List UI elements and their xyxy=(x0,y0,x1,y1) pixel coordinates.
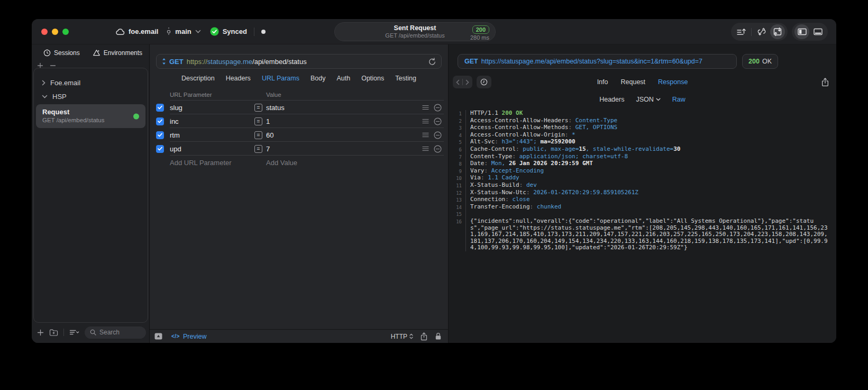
response-method: GET xyxy=(464,58,478,65)
add-param-value-placeholder[interactable]: Add Value xyxy=(254,159,417,167)
tree-item-foe-email[interactable]: Foe.email xyxy=(34,76,148,89)
toggle-bottom-panel-icon[interactable] xyxy=(810,24,825,39)
chevron-down-icon[interactable] xyxy=(195,30,201,33)
subtab-headers[interactable]: Headers xyxy=(599,96,624,103)
url-path: /api/embed/status xyxy=(252,58,307,66)
request-url[interactable]: https://statuspage.me/api/embed/status xyxy=(187,58,307,66)
sort-list-icon[interactable] xyxy=(69,329,79,335)
code-text: X-Status-Now-Utc: 2026-01-26T20:29:59.85… xyxy=(466,189,836,197)
param-value[interactable]: 60 xyxy=(266,131,273,139)
footer-separator xyxy=(63,329,64,336)
export-response-icon[interactable] xyxy=(821,78,829,87)
sent-request-url-pill[interactable]: GEThttps://statuspage.me/api/embed/statu… xyxy=(458,54,737,69)
code-line: 2Access-Control-Allow-Headers: Content-T… xyxy=(449,117,836,125)
remove-param-icon[interactable] xyxy=(434,117,442,125)
toggle-left-sidebar-icon[interactable] xyxy=(794,24,809,39)
tab-url-params[interactable]: URL Params xyxy=(262,75,299,82)
code-text: Alt-Svc: h3=":443"; ma=2592000 xyxy=(466,139,836,146)
export-list-icon[interactable] xyxy=(734,24,748,39)
equals-operator-icon[interactable] xyxy=(254,131,262,139)
reorder-handle-icon[interactable] xyxy=(422,119,429,124)
minimize-window-button[interactable] xyxy=(52,29,58,35)
param-value[interactable]: 1 xyxy=(266,117,270,125)
resend-request-icon[interactable] xyxy=(428,58,436,66)
sync-status-label: Synced xyxy=(223,28,247,35)
lock-icon[interactable] xyxy=(435,332,442,340)
tab-sessions[interactable]: Sessions xyxy=(43,49,80,57)
zoom-window-button[interactable] xyxy=(62,29,69,35)
request-response-exchange-icon[interactable] xyxy=(770,24,785,39)
request-url-bar[interactable]: GET https://statuspage.me/api/embed/stat… xyxy=(156,54,442,69)
forward-icon[interactable] xyxy=(465,79,469,85)
code-text: Access-Control-Allow-Headers: Content-Ty… xyxy=(466,117,836,125)
request-list-item-selected[interactable]: Request GET /api/embed/status xyxy=(36,104,145,128)
request-method[interactable]: GET xyxy=(169,58,184,66)
reorder-handle-icon[interactable] xyxy=(422,132,429,138)
preview-button[interactable]: </> Preview xyxy=(171,333,206,340)
titlebar: foe.email main Synced Sent Request xyxy=(32,19,836,44)
line-number: 5 xyxy=(449,139,466,146)
request-tree-panel: Foe.email HSP Request GET /api/embed/sta… xyxy=(33,68,148,323)
remove-param-icon[interactable] xyxy=(434,104,442,112)
share-request-icon[interactable] xyxy=(421,332,427,341)
tab-testing[interactable]: Testing xyxy=(395,75,416,82)
param-name[interactable]: inc xyxy=(170,117,254,125)
search-placeholder: Search xyxy=(99,329,120,336)
add-folder-icon[interactable] xyxy=(49,329,58,336)
tree-item-hsp[interactable]: HSP xyxy=(34,89,148,103)
column-header-value: Value xyxy=(254,92,417,98)
code-line: 13Connection: close xyxy=(449,196,836,204)
response-raw-code[interactable]: 1HTTP/1.1 200 OK2Access-Control-Allow-He… xyxy=(449,110,836,251)
param-row: rtm 60 xyxy=(150,128,448,142)
equals-operator-icon[interactable] xyxy=(254,117,262,125)
tab-description[interactable]: Description xyxy=(181,75,215,82)
subtab-raw[interactable]: Raw xyxy=(672,96,686,103)
line-number: 6 xyxy=(449,146,466,153)
equals-operator-icon[interactable] xyxy=(254,104,262,112)
tab-headers[interactable]: Headers xyxy=(226,75,251,82)
search-input[interactable]: Search xyxy=(85,326,146,339)
add-param-name-placeholder[interactable]: Add URL Parameter xyxy=(170,159,254,167)
history-clock-button[interactable] xyxy=(477,76,491,88)
tab-body[interactable]: Body xyxy=(310,75,326,82)
param-value[interactable]: 7 xyxy=(266,145,270,153)
subtab-json[interactable]: JSON xyxy=(636,96,660,103)
tab-info[interactable]: Info xyxy=(597,78,608,86)
tab-auth[interactable]: Auth xyxy=(336,75,350,82)
sent-request-status-capsule[interactable]: Sent Request GET /api/embed/status 200 2… xyxy=(334,22,496,41)
tab-environments-label: Environments xyxy=(104,49,142,57)
reorder-handle-icon[interactable] xyxy=(422,105,429,110)
expand-console-icon[interactable] xyxy=(154,332,163,340)
param-value[interactable]: status xyxy=(266,104,285,112)
param-name[interactable]: slug xyxy=(170,104,254,112)
tab-request[interactable]: Request xyxy=(621,78,646,86)
param-enabled-checkbox[interactable] xyxy=(156,117,164,125)
back-icon[interactable] xyxy=(456,79,460,85)
param-enabled-checkbox[interactable] xyxy=(156,145,164,153)
tab-options[interactable]: Options xyxy=(361,75,384,82)
protocol-selector[interactable]: HTTP xyxy=(391,333,413,340)
equals-operator-icon[interactable] xyxy=(254,145,262,153)
add-request-icon[interactable] xyxy=(37,329,44,336)
clock-icon xyxy=(480,78,488,86)
remove-param-icon[interactable] xyxy=(434,145,442,153)
status-code-badge: 200 xyxy=(472,25,489,34)
sync-branches-icon[interactable] xyxy=(754,24,769,39)
branch-name[interactable]: main xyxy=(175,28,191,35)
param-name[interactable]: rtm xyxy=(170,131,254,139)
param-enabled-checkbox[interactable] xyxy=(156,131,164,139)
url-host: statuspage.me xyxy=(207,58,252,66)
close-window-button[interactable] xyxy=(41,29,48,35)
param-name[interactable]: upd xyxy=(170,145,254,153)
param-enabled-checkbox[interactable] xyxy=(156,104,164,112)
tab-environments[interactable]: Environments xyxy=(93,49,142,57)
reorder-handle-icon[interactable] xyxy=(422,146,429,151)
tab-response[interactable]: Response xyxy=(658,78,688,86)
line-number: 14 xyxy=(449,204,466,211)
line-number: 1 xyxy=(449,110,466,117)
desktop-background: foe.email main Synced Sent Request xyxy=(0,0,868,390)
code-line: 3Access-Control-Allow-Methods: GET, OPTI… xyxy=(449,124,836,132)
remove-param-icon[interactable] xyxy=(434,131,442,139)
chevron-down-icon xyxy=(656,98,661,101)
workspace-name[interactable]: foe.email xyxy=(129,28,158,35)
